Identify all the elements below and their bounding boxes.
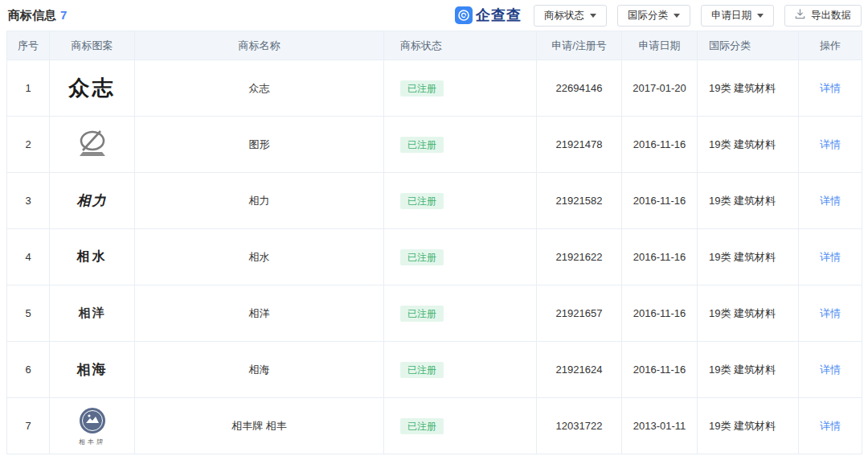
table-row: 4 相水 相水 已注册 21921622 2016-11-16 19类 建筑材料… xyxy=(7,229,862,286)
reg-no: 12031722 xyxy=(537,398,622,454)
col-header-mark-name: 商标名称 xyxy=(135,31,384,60)
row-no: 5 xyxy=(7,286,50,342)
table-row: 5 相洋 相洋 已注册 21921657 2016-11-16 19类 建筑材料… xyxy=(7,286,862,342)
chevron-down-icon xyxy=(674,14,680,18)
trademark-count: 7 xyxy=(60,8,67,22)
row-no: 4 xyxy=(7,229,50,286)
filter-apply-date-label: 申请日期 xyxy=(711,9,751,23)
apply-date: 2016-11-16 xyxy=(622,173,698,229)
table-row: 3 相力 相力 已注册 21921582 2016-11-16 19类 建筑材料… xyxy=(7,173,862,229)
trademark-name: 相丰牌 相丰 xyxy=(135,398,384,454)
reg-no: 21921582 xyxy=(537,173,622,229)
trademark-name: 相海 xyxy=(135,342,384,398)
filter-intl-class-label: 国际分类 xyxy=(628,9,668,23)
detail-link[interactable]: 详情 xyxy=(820,138,841,150)
row-no: 7 xyxy=(7,398,50,454)
mark-text: 众志 xyxy=(50,74,134,102)
status-badge: 已注册 xyxy=(400,249,444,265)
action-cell: 详情 xyxy=(799,286,862,342)
action-cell: 详情 xyxy=(799,117,862,173)
trademark-image: 相力 xyxy=(50,173,135,229)
trademark-name: 众志 xyxy=(135,60,384,117)
trademark-name: 图形 xyxy=(135,117,384,173)
qcc-logo-icon xyxy=(455,6,473,24)
status-cell: 已注册 xyxy=(384,398,537,454)
row-no: 3 xyxy=(7,173,50,229)
export-data-label: 导出数据 xyxy=(811,9,851,23)
trademark-image: 相海 xyxy=(50,342,135,398)
apply-date: 2016-11-16 xyxy=(622,117,698,173)
col-header-action: 操作 xyxy=(799,31,862,60)
trademark-table: 序号 商标图案 商标名称 商标状态 申请/注册号 申请日期 国际分类 操作 1 … xyxy=(6,31,862,454)
qcc-brand: 企查查 xyxy=(455,6,522,25)
export-data-button[interactable]: 导出数据 xyxy=(784,5,862,27)
action-cell: 详情 xyxy=(799,173,862,229)
status-badge: 已注册 xyxy=(400,193,444,209)
status-badge: 已注册 xyxy=(400,418,444,434)
chevron-down-icon xyxy=(757,14,764,18)
status-cell: 已注册 xyxy=(384,286,537,342)
apply-date: 2017-01-20 xyxy=(622,60,698,117)
status-badge: 已注册 xyxy=(400,362,444,378)
intl-class: 19类 建筑材料 xyxy=(698,117,799,173)
filter-apply-date[interactable]: 申请日期 xyxy=(701,5,774,27)
apply-date: 2016-11-16 xyxy=(622,342,698,398)
round-badge-logo: 相丰牌 xyxy=(50,406,134,446)
detail-link[interactable]: 详情 xyxy=(820,364,841,376)
filter-trademark-status[interactable]: 商标状态 xyxy=(534,5,607,27)
detail-link[interactable]: 详情 xyxy=(820,195,841,207)
col-header-class: 国际分类 xyxy=(698,31,799,60)
chevron-down-icon xyxy=(590,14,596,18)
toolbar: 企查查 商标状态 国际分类 申请日期 导出数据 xyxy=(455,5,862,27)
table-row: 1 众志 众志 已注册 22694146 2017-01-20 19类 建筑材料… xyxy=(7,60,862,117)
action-cell: 详情 xyxy=(799,60,862,117)
table-row: 2 图形 已注册 21921478 2016-11-16 19类 建筑材料 详情 xyxy=(7,117,862,173)
filter-intl-class[interactable]: 国际分类 xyxy=(617,5,690,27)
trademark-image: 相水 xyxy=(50,229,135,286)
col-header-date: 申请日期 xyxy=(622,31,698,60)
col-header-mark-image: 商标图案 xyxy=(50,31,135,60)
status-badge: 已注册 xyxy=(400,137,444,153)
detail-link[interactable]: 详情 xyxy=(820,420,841,432)
download-icon xyxy=(795,9,805,22)
row-no: 6 xyxy=(7,342,50,398)
row-no: 2 xyxy=(7,117,50,173)
status-cell: 已注册 xyxy=(384,342,537,398)
reg-no: 21921657 xyxy=(537,286,622,342)
detail-link[interactable]: 详情 xyxy=(820,82,841,94)
intl-class: 19类 建筑材料 xyxy=(698,173,799,229)
mark-caption: 相丰牌 xyxy=(79,438,105,446)
status-cell: 已注册 xyxy=(384,117,537,173)
apply-date: 2016-11-16 xyxy=(622,229,698,286)
trademark-name: 相水 xyxy=(135,229,384,286)
table-row: 6 相海 相海 已注册 21921624 2016-11-16 19类 建筑材料… xyxy=(7,342,862,398)
col-header-reg-no: 申请/注册号 xyxy=(537,31,622,60)
mark-text: 相水 xyxy=(50,249,134,265)
row-no: 1 xyxy=(7,60,50,117)
detail-link[interactable]: 详情 xyxy=(820,307,841,319)
reg-no: 21921478 xyxy=(537,117,622,173)
trademark-name: 相洋 xyxy=(135,286,384,342)
trademark-image xyxy=(50,117,135,173)
intl-class: 19类 建筑材料 xyxy=(698,398,799,454)
col-header-no: 序号 xyxy=(7,31,50,60)
trademark-image: 众志 xyxy=(50,60,135,117)
qcc-brand-name: 企查查 xyxy=(476,6,522,25)
trademark-image: 相洋 xyxy=(50,286,135,342)
status-cell: 已注册 xyxy=(384,229,537,286)
reg-no: 21921622 xyxy=(537,229,622,286)
action-cell: 详情 xyxy=(799,342,862,398)
mark-text: 相洋 xyxy=(50,304,135,322)
col-header-status: 商标状态 xyxy=(384,31,537,60)
mark-text: 相海 xyxy=(50,359,135,380)
mark-text: 相力 xyxy=(50,191,134,210)
table-header-row: 序号 商标图案 商标名称 商标状态 申请/注册号 申请日期 国际分类 操作 xyxy=(7,31,862,60)
apply-date: 2016-11-16 xyxy=(622,286,698,342)
intl-class: 19类 建筑材料 xyxy=(698,60,799,117)
oval-slash-logo xyxy=(50,129,134,161)
status-badge: 已注册 xyxy=(400,80,444,97)
page-title: 商标信息7 xyxy=(8,8,67,23)
topbar: 商标信息7 企查查 商标状态 国际分类 申请日期 xyxy=(0,0,868,31)
intl-class: 19类 建筑材料 xyxy=(698,229,799,286)
detail-link[interactable]: 详情 xyxy=(820,251,841,263)
